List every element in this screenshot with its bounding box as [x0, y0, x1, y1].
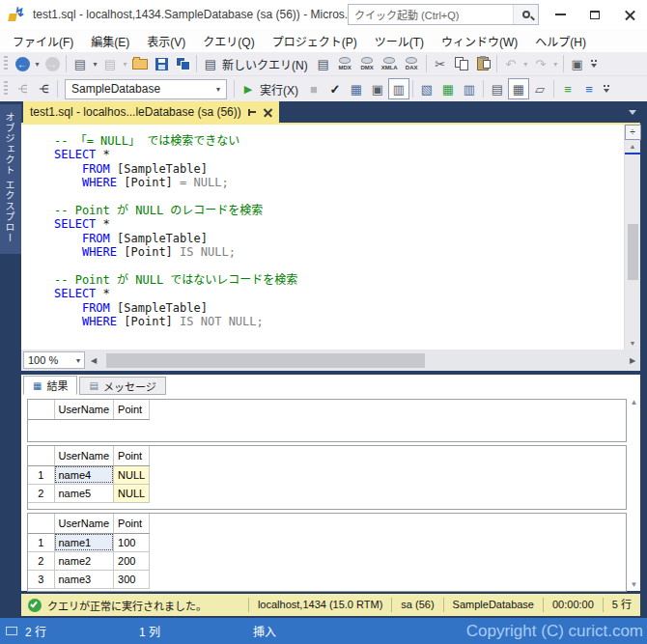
connect-icon[interactable]: Ψ — [12, 78, 33, 99]
tab-results[interactable]: ▦結果 — [23, 376, 77, 395]
grid-cell[interactable]: name4 — [54, 465, 114, 484]
scrollbar-thumb[interactable] — [628, 224, 638, 280]
change-connection-icon[interactable]: Ψ — [33, 78, 54, 99]
splitter-handle-icon[interactable]: ÷ — [625, 125, 641, 140]
row-number[interactable]: 2 — [28, 484, 54, 502]
mdx-query-icon[interactable]: MDX — [334, 53, 356, 74]
horizontal-scrollbar-track[interactable] — [102, 353, 624, 368]
nav-back-icon[interactable]: ← — [12, 53, 33, 74]
grid-cell[interactable]: 100 — [114, 533, 150, 551]
scroll-down-icon[interactable]: ▼ — [625, 337, 641, 350]
live-stats-icon[interactable]: ▥ — [459, 78, 480, 99]
column-header[interactable]: UserName — [54, 446, 114, 465]
menu-window[interactable]: ウィンドウ(W) — [433, 30, 526, 52]
new-file-caret[interactable]: ▾ — [91, 60, 99, 69]
column-header[interactable]: Point — [114, 400, 150, 419]
execute-button[interactable]: 実行(X) — [259, 81, 303, 98]
new-file-icon[interactable]: ▤ — [70, 53, 91, 74]
indent-icon[interactable]: ≡ — [578, 78, 600, 99]
intellisense-icon[interactable]: ▥ — [388, 78, 409, 99]
grid-cell[interactable]: name2 — [54, 551, 114, 570]
save-icon[interactable] — [151, 53, 172, 74]
row-number[interactable]: 3 — [28, 570, 54, 588]
search-icon[interactable] — [513, 5, 538, 24]
actual-plan-icon[interactable]: ▦ — [437, 78, 459, 99]
template-params-icon[interactable]: ▧ — [416, 78, 437, 99]
column-header[interactable]: Point — [114, 446, 150, 465]
results-to-file-icon[interactable]: ▱ — [529, 78, 550, 99]
grid-cell[interactable]: name3 — [54, 570, 114, 588]
grid-cell[interactable]: 300 — [114, 570, 150, 588]
grid-cell[interactable]: name1 — [54, 533, 114, 551]
zoom-combobox[interactable]: 100 % ▾ — [23, 351, 85, 369]
column-header[interactable]: UserName — [54, 400, 114, 419]
scroll-up-icon[interactable]: ▲ — [625, 140, 641, 153]
dax-query-icon[interactable]: DAX — [401, 53, 423, 74]
object-explorer-tab[interactable]: オブジェクト エクスプローラー — [0, 104, 21, 254]
add-item-caret[interactable]: ▾ — [121, 60, 129, 69]
execute-icon[interactable]: ▶ — [238, 78, 259, 99]
sql-code[interactable]: -- 「= NULL」 では検索できないSELECT * FROM [Sampl… — [21, 125, 624, 350]
corner-cell[interactable] — [28, 446, 54, 465]
row-number[interactable]: 2 — [28, 551, 54, 570]
cut-icon[interactable]: ✂ — [430, 53, 451, 74]
grid-cell[interactable]: NULL — [114, 484, 150, 502]
toolbar2-grip[interactable] — [4, 81, 8, 97]
database-engine-query-icon[interactable]: ▤ — [313, 53, 334, 74]
dmx-query-icon[interactable]: DMX — [356, 53, 379, 74]
menu-help[interactable]: ヘルプ(H) — [526, 30, 595, 52]
estimated-plan-icon[interactable]: ▦ — [346, 78, 367, 99]
corner-cell[interactable] — [28, 514, 54, 533]
nav-back-caret[interactable]: ▾ — [33, 60, 42, 69]
query-options-icon[interactable]: ▣ — [367, 78, 388, 99]
open-file-icon[interactable] — [129, 53, 151, 74]
scroll-left-icon[interactable]: ◀ — [88, 356, 99, 365]
pin-icon[interactable] — [248, 107, 257, 117]
redo-icon[interactable]: ↷ — [530, 53, 551, 74]
results-scrollbar[interactable]: ▲ ▼ — [628, 398, 640, 589]
quick-launch-input[interactable]: クイック起動 (Ctrl+Q) — [348, 4, 539, 25]
document-tab[interactable]: test1.sql - localhos...leDatabase (sa (5… — [23, 101, 279, 123]
menu-project[interactable]: プロジェクト(P) — [264, 30, 366, 52]
row-number[interactable]: 1 — [28, 465, 54, 484]
grid-cell[interactable]: NULL — [114, 465, 150, 484]
tab-close-icon[interactable] — [264, 108, 272, 117]
add-item-icon[interactable]: ▤ — [99, 53, 121, 74]
database-combobox[interactable]: SampleDatabase▾ — [65, 79, 227, 99]
toolbar1-options-button[interactable] — [588, 53, 601, 74]
undo-caret[interactable]: ▾ — [521, 60, 530, 69]
nav-forward-icon[interactable]: → — [42, 53, 63, 74]
close-button[interactable] — [612, 0, 647, 29]
tab-messages[interactable]: ▤メッセージ — [79, 377, 165, 395]
menu-query[interactable]: クエリ(Q) — [194, 30, 263, 52]
copy-icon[interactable] — [451, 53, 472, 74]
minimize-button[interactable] — [543, 0, 577, 29]
maximize-button[interactable] — [577, 0, 612, 29]
menu-tools[interactable]: ツール(T) — [366, 30, 433, 52]
paste-icon[interactable] — [472, 53, 493, 74]
editor-vertical-scrollbar[interactable]: ÷ ▲ ▼ — [624, 125, 640, 350]
grid-cell[interactable]: 200 — [114, 551, 150, 570]
column-header[interactable]: UserName — [54, 514, 114, 533]
row-number[interactable]: 1 — [28, 533, 54, 551]
xmla-query-icon[interactable]: XMLA — [379, 53, 401, 74]
save-all-icon[interactable] — [172, 53, 193, 74]
scrollbar-track[interactable] — [625, 154, 641, 337]
column-header[interactable]: Point — [114, 514, 150, 533]
sql-editor[interactable]: -- 「= NULL」 では検索できないSELECT * FROM [Sampl… — [21, 125, 640, 350]
tab-list-chevron-icon[interactable] — [629, 110, 636, 115]
toolbar1-grip[interactable] — [4, 56, 8, 71]
results-scroll-up-icon[interactable]: ▲ — [631, 398, 638, 406]
menu-edit[interactable]: 編集(E) — [82, 30, 138, 52]
tool-window-icon[interactable]: ▣ — [567, 53, 588, 74]
horizontal-scrollbar-thumb[interactable] — [106, 353, 425, 368]
parse-icon[interactable]: ✓ — [324, 78, 346, 99]
scroll-right-icon[interactable]: ▶ — [627, 356, 638, 365]
redo-caret[interactable]: ▾ — [551, 60, 560, 69]
corner-cell[interactable] — [28, 400, 54, 419]
results-to-grid-icon[interactable]: ▦ — [508, 78, 529, 99]
new-query-button[interactable]: 新しいクエリ(N) — [221, 56, 313, 72]
menu-view[interactable]: 表示(V) — [138, 30, 194, 52]
new-query-icon[interactable]: ▤ — [200, 53, 221, 74]
toolbar2-options-button[interactable] — [600, 78, 612, 99]
